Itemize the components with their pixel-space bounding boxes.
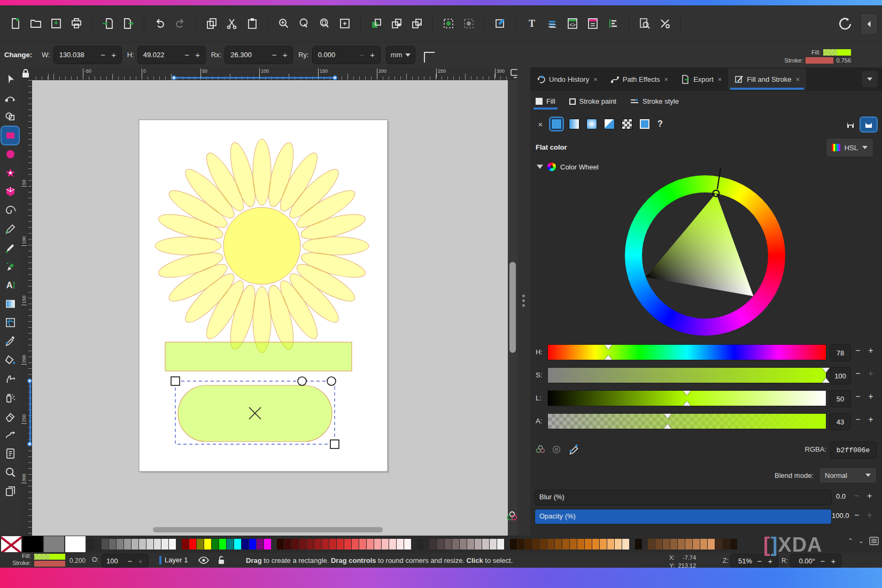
palette-swatch[interactable] — [600, 539, 607, 550]
tool-spiral[interactable] — [2, 202, 19, 219]
zoom-selection-button[interactable] — [294, 13, 314, 34]
no-paint-button[interactable]: × — [536, 120, 545, 129]
saturation-slider[interactable] — [547, 367, 826, 383]
palette-swatch[interactable] — [460, 539, 467, 550]
subtab-stroke-style[interactable]: Stroke style — [630, 97, 679, 109]
edit-check-button[interactable] — [490, 13, 510, 34]
palette-swatch[interactable] — [359, 539, 366, 550]
palette-menu-icon[interactable] — [869, 537, 879, 545]
pop-group-button[interactable] — [386, 13, 407, 34]
saturation-plus-button[interactable]: + — [865, 369, 877, 382]
swatch-pattern-button[interactable] — [621, 118, 633, 130]
palette-swatch[interactable] — [307, 539, 314, 550]
flat-color-button[interactable] — [550, 118, 563, 130]
select-touch-button[interactable] — [438, 13, 459, 34]
palette-swatch[interactable] — [562, 539, 569, 550]
palette-swatch[interactable] — [322, 539, 329, 550]
radial-gradient-button[interactable] — [585, 118, 598, 130]
palette-swatch[interactable] — [445, 539, 452, 550]
ry-plus-button[interactable]: + — [367, 50, 378, 59]
layers-button[interactable] — [542, 13, 562, 34]
palette-swatch[interactable] — [219, 539, 226, 550]
opacity-plus-button[interactable]: + — [135, 556, 146, 566]
palette-swatch[interactable] — [314, 539, 321, 550]
tool-shape-builder[interactable] — [2, 108, 19, 126]
zoom-center-button[interactable] — [335, 13, 355, 34]
palette-swatch[interactable] — [242, 539, 249, 550]
palette-swatch[interactable] — [517, 539, 524, 550]
color-target-icon[interactable] — [551, 444, 562, 455]
palette-swatch[interactable] — [490, 539, 497, 550]
palette-swatch[interactable] — [277, 539, 284, 550]
palette-swatch[interactable] — [161, 539, 168, 550]
rgba-input[interactable]: b2ff006e — [830, 442, 877, 459]
rx-minus-button[interactable]: − — [269, 50, 280, 59]
tool-eraser[interactable] — [2, 407, 19, 425]
color-wheel-mode-icon[interactable] — [535, 444, 546, 455]
ry-minus-button[interactable]: − — [357, 50, 367, 59]
rotation-value[interactable]: 0.00° — [793, 557, 817, 565]
palette-swatch[interactable] — [585, 539, 592, 550]
copy-button[interactable] — [202, 13, 222, 34]
palette-swatch[interactable] — [131, 539, 138, 550]
indicator-fill-swatch[interactable] — [823, 49, 851, 56]
tool-gradient[interactable] — [2, 295, 19, 313]
slider-handle[interactable] — [822, 378, 830, 383]
hue-slider[interactable] — [547, 344, 826, 360]
palette-swatch[interactable] — [685, 539, 692, 550]
group-button[interactable] — [366, 13, 386, 34]
palette-swatch[interactable] — [730, 539, 737, 550]
swatch-button[interactable] — [638, 118, 651, 130]
lock-guides-icon[interactable] — [21, 68, 30, 79]
palette-swatch[interactable] — [264, 539, 271, 550]
palette-swatch[interactable] — [139, 539, 146, 550]
zoom-minus-button[interactable]: − — [754, 556, 765, 566]
tool-marker[interactable] — [2, 258, 19, 275]
fill-stroke-indicator[interactable]: Fill: Stroke:0.756 — [785, 48, 851, 64]
tab-overflow-button[interactable] — [862, 71, 878, 87]
saturation-minus-button[interactable]: − — [852, 369, 864, 382]
hue-minus-button[interactable]: − — [852, 346, 864, 359]
palette-swatch[interactable] — [389, 539, 396, 550]
tool-pencil[interactable] — [2, 220, 19, 238]
slider-handle[interactable] — [822, 368, 830, 373]
width-minus-button[interactable]: − — [98, 50, 109, 59]
tab-undo-history[interactable]: Undo History× — [530, 68, 604, 90]
palette-swatch[interactable] — [452, 539, 459, 550]
pattern-button[interactable] — [603, 118, 616, 130]
tool-ellipse[interactable] — [2, 145, 19, 163]
palette-swatch[interactable] — [615, 539, 622, 550]
document-export-button[interactable] — [118, 13, 138, 34]
redo-button[interactable] — [170, 13, 190, 34]
palette-swatch[interactable] — [227, 539, 234, 550]
slider-handle[interactable] — [664, 414, 671, 419]
tool-calligraphy[interactable] — [2, 239, 19, 257]
palette-swatch[interactable] — [404, 539, 411, 550]
palette-swatch[interactable] — [249, 539, 256, 550]
layer-visibility-icon[interactable] — [198, 556, 209, 564]
palette-swatch[interactable] — [292, 539, 299, 550]
ungroup-button[interactable] — [407, 13, 427, 34]
palette-swatch[interactable] — [234, 539, 241, 550]
tool-tweak[interactable] — [2, 370, 19, 388]
cut-button[interactable] — [222, 13, 242, 34]
height-value[interactable]: 49.022 — [140, 51, 182, 59]
paste-button[interactable] — [242, 13, 262, 34]
document-new-button[interactable] — [5, 13, 26, 34]
opacity-plus-button[interactable]: + — [867, 510, 872, 520]
palette-swatch[interactable] — [635, 539, 642, 550]
tool-dropper[interactable] — [2, 332, 19, 350]
opacity-minus-button[interactable]: − — [854, 510, 859, 520]
tool-node-editor[interactable] — [2, 89, 19, 107]
horizontal-scrollbar[interactable] — [32, 527, 508, 535]
preferences-button[interactable] — [655, 13, 675, 34]
ry-field[interactable]: 0.000−+ — [312, 46, 381, 64]
palette-swatch[interactable] — [352, 539, 359, 550]
vertical-scrollbar[interactable] — [508, 80, 517, 536]
deselect-button[interactable] — [459, 13, 479, 34]
unknown-paint-button[interactable]: ? — [656, 119, 664, 129]
close-icon[interactable]: × — [795, 75, 800, 83]
palette-swatch[interactable] — [299, 539, 306, 550]
layer-indicator[interactable]: Layer 1 — [159, 555, 225, 564]
tool-text-tool[interactable]: A — [2, 276, 19, 294]
